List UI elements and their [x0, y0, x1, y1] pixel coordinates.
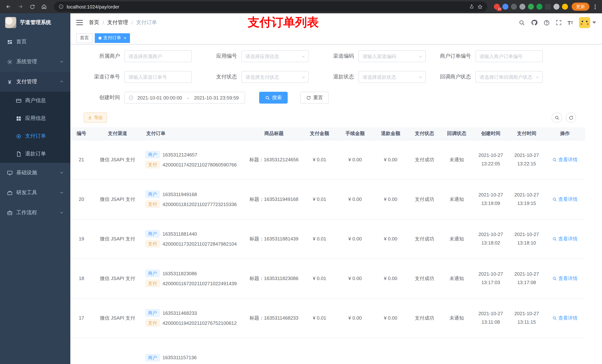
filter-label-channel-order-no: 渠道订单号	[84, 74, 124, 80]
channel-code-select[interactable]	[358, 50, 426, 62]
cell-pay-order: 商户1635311468233 支付4200001194202110276752…	[142, 298, 246, 338]
filter-label-notify-status: 回调商户状态	[435, 74, 475, 80]
view-detail-label: 查看详情	[558, 315, 578, 321]
pay-order-no: 4200001174202110278060590766	[162, 162, 237, 167]
table-toolbar: 导出	[84, 113, 589, 123]
extension-icon[interactable]	[511, 4, 517, 10]
filter-label-create-time: 创建时间	[84, 94, 124, 101]
sidebar-toggle-icon[interactable]	[76, 20, 83, 25]
merchant-order-no-field[interactable]	[475, 50, 543, 62]
cell-title: 标题：1635311949168	[246, 179, 302, 219]
user-menu[interactable]	[579, 17, 596, 28]
extension-check-icon[interactable]	[537, 4, 542, 10]
app-input[interactable]	[246, 53, 305, 59]
sidebar-item-workflow[interactable]: 工作流程	[0, 203, 70, 223]
cell-pay-time: 2021-10-27 13:22:15	[509, 140, 545, 179]
channel-order-no-input[interactable]	[129, 74, 188, 80]
range-start[interactable]: 2021-10-01 00:00:00	[137, 95, 182, 100]
extension-icon[interactable]	[528, 4, 534, 10]
pay-status-select[interactable]	[241, 71, 309, 83]
cell-title: 标题：1635311468233	[246, 298, 302, 338]
sidebar-item-refund-order[interactable]: 退款订单	[0, 145, 70, 163]
browser-reload-button[interactable]	[27, 2, 37, 11]
cell-refund-amount: ¥ 0.00	[373, 259, 408, 298]
sidebar-item-infra[interactable]: 基础设施	[0, 163, 70, 183]
sidebar-item-devtools[interactable]: 研发工具	[0, 183, 70, 203]
view-detail-link[interactable]: 查看详情	[552, 196, 578, 203]
sidebar-item-merchant-info[interactable]: 商户信息	[0, 92, 70, 110]
reset-button[interactable]: 重置	[300, 92, 329, 104]
browser-menu-icon[interactable]	[592, 4, 598, 9]
sidebar-item-home[interactable]: 首页	[0, 32, 70, 52]
refund-status-select[interactable]	[358, 71, 426, 83]
refresh-button[interactable]	[566, 113, 576, 123]
tab-home[interactable]: 首页	[76, 33, 93, 43]
extension-icon[interactable]	[545, 4, 551, 10]
merchant-select[interactable]	[124, 50, 192, 62]
extension-icon[interactable]	[519, 4, 525, 10]
sidebar-item-pay-order[interactable]: 支付订单	[0, 127, 70, 145]
app-select[interactable]	[241, 50, 309, 62]
search-button[interactable]: 搜索	[259, 92, 288, 104]
github-icon[interactable]	[531, 19, 538, 26]
breadcrumb-home[interactable]: 首页	[89, 19, 99, 26]
cell-id: 19	[70, 219, 93, 259]
extension-badge: 10	[497, 7, 502, 11]
tab-pay-order[interactable]: 支付订单 ×	[95, 33, 130, 43]
view-detail-link[interactable]: 查看详情	[552, 315, 578, 321]
address-bar[interactable]: localhost:1024/pay/order	[54, 1, 487, 12]
url-text[interactable]: localhost:1024/pay/order	[67, 4, 466, 10]
extension-icon[interactable]: 10	[494, 4, 500, 10]
merchant-tag: 商户	[146, 270, 160, 277]
browser-home-button[interactable]	[39, 2, 49, 11]
help-icon[interactable]	[543, 20, 550, 26]
view-detail-link[interactable]: 查看详情	[552, 275, 578, 282]
site-info-icon[interactable]	[58, 4, 64, 9]
breadcrumb-payment[interactable]: 支付管理	[107, 19, 128, 26]
channel-code-input[interactable]	[363, 53, 422, 59]
refund-status-input[interactable]	[363, 74, 422, 80]
sidebar-item-app-info[interactable]: 应用信息	[0, 110, 70, 127]
chevron-down-icon	[418, 54, 422, 58]
cell-pay-time: 2021-10-27 13:11:15	[509, 298, 545, 338]
range-end[interactable]: 2021-10-31 23:59:59	[194, 95, 239, 100]
notify-status-select[interactable]	[475, 71, 543, 83]
create-time-range-picker[interactable]: 2021-10-01 00:00:00 - 2021-10-31 23:59:5…	[124, 92, 245, 104]
merchant-order-no: 1635311157136	[162, 355, 197, 360]
cell-channel: 微信 JSAPI 支付	[93, 179, 142, 219]
cell-pay-amount: ¥ 0.01	[302, 259, 337, 298]
browser-forward-button[interactable]	[16, 2, 25, 11]
cell-pay-status: 支付成功	[408, 298, 441, 338]
search-icon[interactable]	[518, 20, 525, 26]
table-row: 21 微信 JSAPI 支付 商户1635312124657 支付4200001…	[70, 140, 585, 179]
pin-icon[interactable]	[553, 4, 559, 10]
notify-status-input[interactable]	[479, 74, 539, 80]
sidebar-item-system[interactable]: 系统管理	[0, 52, 70, 72]
merchant-input[interactable]	[129, 53, 188, 59]
search-button-label: 搜索	[272, 94, 282, 101]
export-button[interactable]: 导出	[84, 113, 107, 123]
filter-label-pay-status: 支付状态	[201, 74, 241, 80]
toggle-search-button[interactable]	[552, 113, 562, 123]
font-size-icon[interactable]: TT	[567, 20, 573, 26]
pay-order-no: 4200001173202110272847982104	[162, 241, 237, 247]
emoji-face-icon[interactable]	[562, 4, 568, 10]
browser-back-button[interactable]	[4, 2, 13, 11]
fullscreen-icon[interactable]	[556, 20, 561, 26]
sidebar-item-label: 商户信息	[25, 97, 46, 104]
close-icon[interactable]: ×	[124, 36, 126, 40]
bookmark-star-icon[interactable]	[477, 4, 483, 10]
merchant-order-no-input[interactable]	[479, 53, 539, 59]
pay-order-no: 4200001194202110276752100612	[162, 320, 237, 326]
share-icon[interactable]	[469, 4, 474, 9]
view-detail-link[interactable]: 查看详情	[552, 156, 578, 163]
extension-icon[interactable]	[502, 4, 508, 10]
merchant-tag: 商户	[146, 309, 160, 317]
view-detail-link[interactable]: 查看详情	[552, 235, 578, 242]
browser-update-button[interactable]: 更新	[572, 3, 589, 11]
channel-order-no-field[interactable]	[124, 71, 192, 83]
pay-status-input[interactable]	[246, 74, 305, 80]
merchant-order-no: 1635311949168	[162, 191, 197, 197]
sidebar-item-payment[interactable]: ¥ 支付管理	[0, 72, 70, 92]
table-header-row: 编号 支付渠道 支付订单 商品标题 支付金额 手续金额 退款金额 支付状态 回调…	[70, 127, 585, 140]
